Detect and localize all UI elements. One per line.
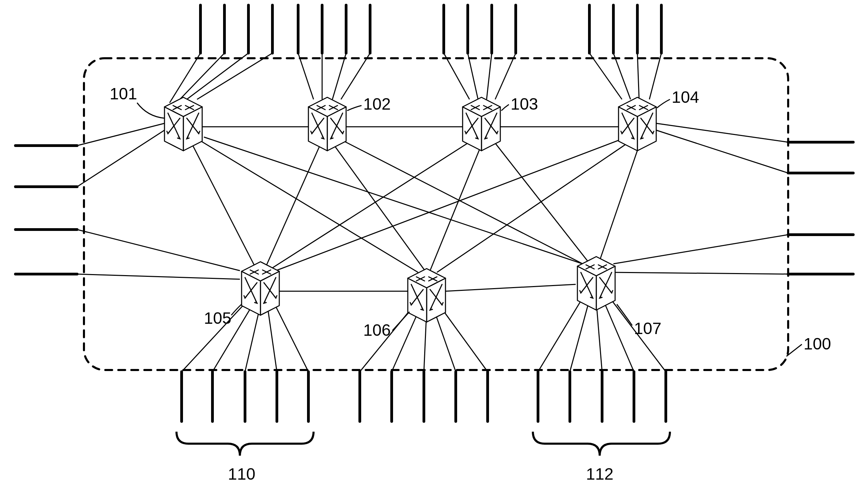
svg-line-47	[77, 123, 164, 146]
svg-line-67	[266, 140, 322, 267]
svg-line-55	[656, 123, 788, 142]
svg-line-99	[433, 308, 456, 372]
svg-line-42	[649, 53, 661, 99]
label-106: 106	[363, 321, 391, 339]
bottom-port-stubs	[182, 372, 666, 421]
label-100: 100	[804, 335, 831, 353]
svg-line-65	[197, 139, 418, 272]
svg-line-48	[77, 130, 164, 187]
network-diagram: 101 102 103 104 105 106 107 100 110 112	[0, 0, 868, 493]
right-ports	[613, 123, 853, 274]
brace-110: 110	[176, 432, 314, 483]
label-102: 102	[363, 95, 391, 113]
brace-112: 112	[533, 432, 670, 483]
label-110: 110	[228, 465, 255, 483]
svg-line-50	[77, 274, 240, 279]
svg-line-66	[204, 137, 583, 264]
cross-links	[190, 137, 641, 272]
svg-line-35	[444, 53, 469, 99]
svg-line-73	[276, 137, 627, 271]
svg-line-97	[392, 308, 420, 372]
svg-line-103	[596, 301, 602, 372]
svg-line-40	[613, 53, 631, 99]
svg-line-72	[492, 139, 591, 266]
node-102	[308, 97, 346, 151]
svg-line-95	[274, 303, 308, 372]
svg-line-63	[445, 284, 576, 291]
label-105: 105	[204, 309, 231, 327]
svg-line-33	[332, 53, 346, 99]
top-port-links	[170, 53, 661, 103]
node-105	[242, 262, 279, 315]
node-103	[463, 97, 500, 151]
svg-line-71	[430, 140, 483, 271]
label-112: 112	[586, 465, 613, 483]
svg-line-37	[487, 53, 492, 99]
svg-line-39	[589, 53, 622, 99]
node-104	[619, 97, 656, 151]
svg-line-36	[468, 53, 478, 99]
svg-line-64	[190, 140, 255, 267]
svg-line-70	[271, 139, 475, 269]
svg-line-49	[77, 230, 240, 271]
svg-line-101	[538, 298, 583, 372]
svg-line-68	[331, 140, 425, 271]
svg-line-93	[245, 305, 260, 372]
svg-line-94	[267, 305, 277, 372]
label-103: 103	[511, 95, 538, 113]
svg-line-41	[637, 53, 639, 99]
svg-line-58	[613, 272, 788, 274]
node-107	[577, 257, 615, 310]
svg-line-102	[570, 300, 589, 372]
svg-line-31	[298, 53, 314, 99]
node-106	[408, 269, 445, 322]
links-layer	[15, 5, 853, 421]
left-ports	[15, 123, 240, 279]
label-104: 104	[672, 88, 699, 106]
label-101: 101	[110, 85, 137, 103]
svg-line-56	[656, 130, 788, 173]
svg-line-74	[437, 139, 634, 272]
top-port-stubs	[200, 5, 661, 53]
svg-line-34	[341, 53, 370, 99]
svg-line-104	[603, 300, 634, 372]
label-107: 107	[634, 319, 661, 337]
svg-line-38	[495, 53, 516, 99]
svg-line-57	[613, 235, 788, 264]
node-101	[164, 97, 202, 151]
nodes-layer	[164, 97, 656, 322]
svg-line-30	[197, 53, 272, 99]
svg-line-27	[170, 53, 200, 103]
svg-line-100	[440, 307, 488, 372]
